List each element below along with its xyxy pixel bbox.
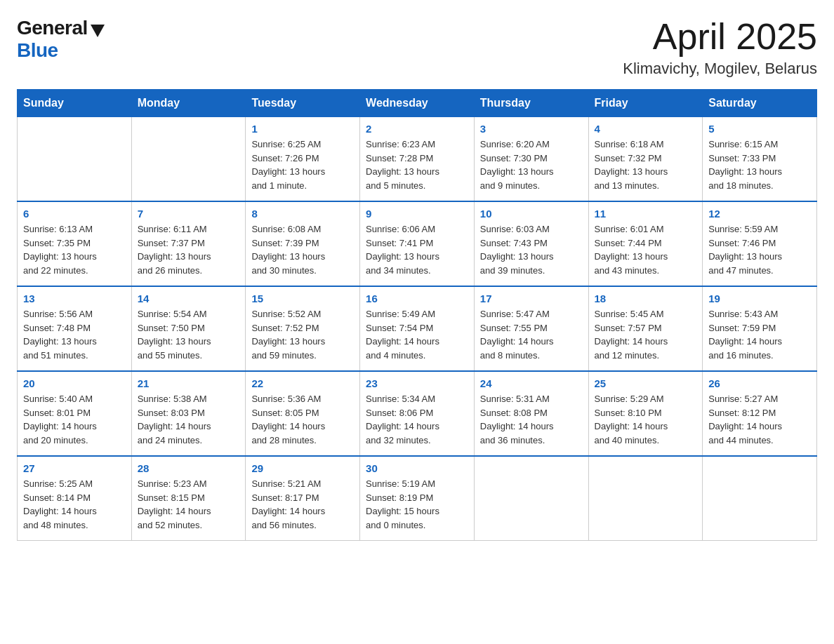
calendar-cell: 7Sunrise: 6:11 AM Sunset: 7:37 PM Daylig… <box>131 201 246 286</box>
calendar-cell: 6Sunrise: 6:13 AM Sunset: 7:35 PM Daylig… <box>18 201 132 286</box>
day-number: 27 <box>23 462 126 474</box>
day-info: Sunrise: 6:06 AM Sunset: 7:41 PM Dayligh… <box>366 222 468 277</box>
day-number: 8 <box>251 208 354 220</box>
day-info: Sunrise: 6:25 AM Sunset: 7:26 PM Dayligh… <box>251 137 354 192</box>
weekday-header-tuesday: Tuesday <box>246 90 360 117</box>
day-info: Sunrise: 6:01 AM Sunset: 7:44 PM Dayligh… <box>595 222 697 277</box>
day-info: Sunrise: 5:38 AM Sunset: 8:03 PM Dayligh… <box>138 392 240 447</box>
day-info: Sunrise: 6:11 AM Sunset: 7:37 PM Dayligh… <box>138 222 240 277</box>
day-number: 30 <box>366 462 468 474</box>
calendar-cell: 2Sunrise: 6:23 AM Sunset: 7:28 PM Daylig… <box>360 117 475 202</box>
day-number: 10 <box>480 208 583 220</box>
day-number: 16 <box>366 293 468 304</box>
day-info: Sunrise: 5:56 AM Sunset: 7:48 PM Dayligh… <box>23 307 126 362</box>
calendar-cell: 11Sunrise: 6:01 AM Sunset: 7:44 PM Dayli… <box>588 201 703 286</box>
day-info: Sunrise: 5:52 AM Sunset: 7:52 PM Dayligh… <box>251 307 354 362</box>
day-info: Sunrise: 5:25 AM Sunset: 8:14 PM Dayligh… <box>23 477 126 532</box>
calendar-cell: 26Sunrise: 5:27 AM Sunset: 8:12 PM Dayli… <box>703 371 817 456</box>
logo: General Blue <box>17 17 105 62</box>
day-number: 18 <box>595 293 697 304</box>
day-number: 26 <box>708 377 811 389</box>
calendar-cell: 28Sunrise: 5:23 AM Sunset: 8:15 PM Dayli… <box>131 456 246 541</box>
day-info: Sunrise: 5:54 AM Sunset: 7:50 PM Dayligh… <box>138 307 240 362</box>
day-number: 29 <box>251 462 354 474</box>
day-info: Sunrise: 6:08 AM Sunset: 7:39 PM Dayligh… <box>251 222 354 277</box>
calendar-cell: 29Sunrise: 5:21 AM Sunset: 8:17 PM Dayli… <box>246 456 360 541</box>
day-number: 11 <box>595 208 697 220</box>
calendar-cell: 18Sunrise: 5:45 AM Sunset: 7:57 PM Dayli… <box>588 286 703 371</box>
day-info: Sunrise: 5:27 AM Sunset: 8:12 PM Dayligh… <box>708 392 811 447</box>
calendar-cell: 13Sunrise: 5:56 AM Sunset: 7:48 PM Dayli… <box>18 286 132 371</box>
calendar-week-row: 1Sunrise: 6:25 AM Sunset: 7:26 PM Daylig… <box>18 117 817 202</box>
day-info: Sunrise: 6:15 AM Sunset: 7:33 PM Dayligh… <box>708 137 811 192</box>
day-number: 20 <box>23 377 126 389</box>
day-number: 17 <box>480 293 583 304</box>
weekday-header-saturday: Saturday <box>703 90 817 117</box>
calendar-cell: 20Sunrise: 5:40 AM Sunset: 8:01 PM Dayli… <box>18 371 132 456</box>
day-number: 12 <box>708 208 811 220</box>
day-number: 19 <box>708 293 811 304</box>
day-info: Sunrise: 5:36 AM Sunset: 8:05 PM Dayligh… <box>251 392 354 447</box>
day-info: Sunrise: 5:45 AM Sunset: 7:57 PM Dayligh… <box>595 307 697 362</box>
calendar-cell: 22Sunrise: 5:36 AM Sunset: 8:05 PM Dayli… <box>246 371 360 456</box>
calendar-table: SundayMondayTuesdayWednesdayThursdayFrid… <box>17 89 817 541</box>
day-number: 25 <box>595 377 697 389</box>
day-number: 5 <box>708 123 811 135</box>
calendar-week-row: 27Sunrise: 5:25 AM Sunset: 8:14 PM Dayli… <box>18 456 817 541</box>
calendar-cell: 5Sunrise: 6:15 AM Sunset: 7:33 PM Daylig… <box>703 117 817 202</box>
logo-blue-text: Blue <box>17 39 58 62</box>
calendar-cell: 21Sunrise: 5:38 AM Sunset: 8:03 PM Dayli… <box>131 371 246 456</box>
day-info: Sunrise: 5:49 AM Sunset: 7:54 PM Dayligh… <box>366 307 468 362</box>
logo-general-text: General <box>17 17 88 39</box>
day-info: Sunrise: 5:47 AM Sunset: 7:55 PM Dayligh… <box>480 307 583 362</box>
calendar-cell: 27Sunrise: 5:25 AM Sunset: 8:14 PM Dayli… <box>18 456 132 541</box>
day-info: Sunrise: 5:34 AM Sunset: 8:06 PM Dayligh… <box>366 392 468 447</box>
weekday-header-monday: Monday <box>131 90 246 117</box>
calendar-cell: 10Sunrise: 6:03 AM Sunset: 7:43 PM Dayli… <box>474 201 588 286</box>
calendar-cell: 17Sunrise: 5:47 AM Sunset: 7:55 PM Dayli… <box>474 286 588 371</box>
weekday-header-friday: Friday <box>588 90 703 117</box>
day-number: 7 <box>138 208 240 220</box>
day-number: 21 <box>138 377 240 389</box>
day-number: 14 <box>138 293 240 304</box>
day-number: 4 <box>595 123 697 135</box>
calendar-cell: 3Sunrise: 6:20 AM Sunset: 7:30 PM Daylig… <box>474 117 588 202</box>
day-info: Sunrise: 5:31 AM Sunset: 8:08 PM Dayligh… <box>480 392 583 447</box>
day-number: 15 <box>251 293 354 304</box>
day-info: Sunrise: 6:20 AM Sunset: 7:30 PM Dayligh… <box>480 137 583 192</box>
day-number: 1 <box>251 123 354 135</box>
calendar-week-row: 13Sunrise: 5:56 AM Sunset: 7:48 PM Dayli… <box>18 286 817 371</box>
day-number: 13 <box>23 293 126 304</box>
day-info: Sunrise: 5:21 AM Sunset: 8:17 PM Dayligh… <box>251 477 354 532</box>
day-info: Sunrise: 5:59 AM Sunset: 7:46 PM Dayligh… <box>708 222 811 277</box>
day-info: Sunrise: 5:43 AM Sunset: 7:59 PM Dayligh… <box>708 307 811 362</box>
day-number: 24 <box>480 377 583 389</box>
calendar-cell <box>588 456 703 541</box>
calendar-cell: 12Sunrise: 5:59 AM Sunset: 7:46 PM Dayli… <box>703 201 817 286</box>
weekday-header-thursday: Thursday <box>474 90 588 117</box>
calendar-cell: 25Sunrise: 5:29 AM Sunset: 8:10 PM Dayli… <box>588 371 703 456</box>
page-header: General Blue April 2025 Klimavichy, Mogi… <box>17 17 817 78</box>
day-info: Sunrise: 6:23 AM Sunset: 7:28 PM Dayligh… <box>366 137 468 192</box>
day-info: Sunrise: 6:18 AM Sunset: 7:32 PM Dayligh… <box>595 137 697 192</box>
calendar-cell: 24Sunrise: 5:31 AM Sunset: 8:08 PM Dayli… <box>474 371 588 456</box>
calendar-cell: 16Sunrise: 5:49 AM Sunset: 7:54 PM Dayli… <box>360 286 475 371</box>
day-info: Sunrise: 6:03 AM Sunset: 7:43 PM Dayligh… <box>480 222 583 277</box>
day-number: 2 <box>366 123 468 135</box>
calendar-cell: 9Sunrise: 6:06 AM Sunset: 7:41 PM Daylig… <box>360 201 475 286</box>
location-title: Klimavichy, Mogilev, Belarus <box>623 60 817 78</box>
day-number: 6 <box>23 208 126 220</box>
title-block: April 2025 Klimavichy, Mogilev, Belarus <box>623 17 817 78</box>
day-number: 3 <box>480 123 583 135</box>
day-info: Sunrise: 5:19 AM Sunset: 8:19 PM Dayligh… <box>366 477 468 532</box>
calendar-cell: 4Sunrise: 6:18 AM Sunset: 7:32 PM Daylig… <box>588 117 703 202</box>
day-number: 22 <box>251 377 354 389</box>
calendar-cell: 30Sunrise: 5:19 AM Sunset: 8:19 PM Dayli… <box>360 456 475 541</box>
day-info: Sunrise: 5:29 AM Sunset: 8:10 PM Dayligh… <box>595 392 697 447</box>
calendar-week-row: 20Sunrise: 5:40 AM Sunset: 8:01 PM Dayli… <box>18 371 817 456</box>
day-number: 9 <box>366 208 468 220</box>
calendar-cell <box>131 117 246 202</box>
weekday-header-wednesday: Wednesday <box>360 90 475 117</box>
calendar-cell <box>703 456 817 541</box>
calendar-week-row: 6Sunrise: 6:13 AM Sunset: 7:35 PM Daylig… <box>18 201 817 286</box>
